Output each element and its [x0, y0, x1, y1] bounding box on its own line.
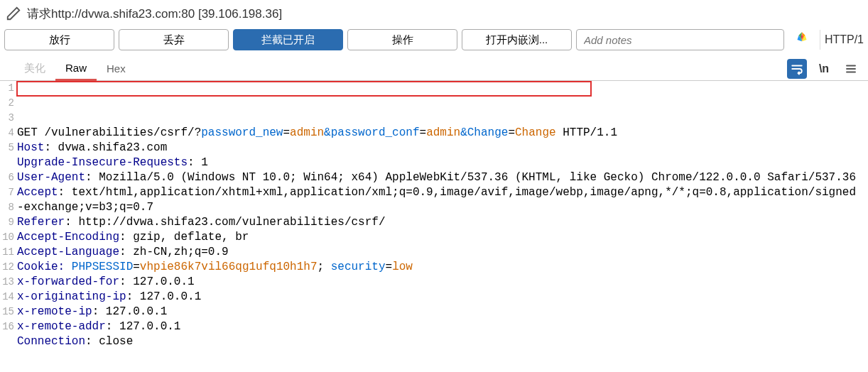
tabs-row: 美化 Raw Hex \n [0, 57, 868, 81]
code-line: x-originating-ip: 127.0.0.1 [17, 290, 862, 305]
http-version: HTTP/1 [820, 30, 864, 50]
code-area[interactable]: GET /vulnerabilities/csrf/?password_new=… [17, 81, 868, 372]
code-line: User-Agent: Mozilla/5.0 (Windows NT 10.0… [17, 170, 862, 185]
wrap-icon[interactable] [787, 59, 807, 79]
code-line [17, 364, 862, 372]
code-line [17, 349, 862, 364]
tab-raw[interactable]: Raw [55, 58, 97, 81]
code-line: Referer: http://dvwa.shifa23.com/vulnera… [17, 215, 862, 230]
drop-button[interactable]: 丢弃 [119, 29, 229, 50]
code-line: GET /vulnerabilities/csrf/?password_new=… [17, 126, 862, 141]
http-editor[interactable]: 12345678910111213141516 GET /vulnerabili… [0, 81, 868, 372]
open-browser-button[interactable]: 打开内嵌浏... [462, 29, 572, 50]
code-line: x-forwarded-for: 127.0.0.1 [17, 275, 862, 290]
newline-icon[interactable]: \n [814, 59, 834, 79]
request-title: 请求http://dvwa.shifa23.com:80 [39.106.198… [27, 6, 282, 22]
action-button[interactable]: 操作 [347, 29, 457, 50]
highlight-box [16, 81, 592, 97]
code-line: Cookie: PHPSESSID=vhpie86k7vil66qg1ufq10… [17, 260, 862, 275]
tab-hex[interactable]: Hex [97, 58, 136, 80]
toolbar: 放行 丢弃 拦截已开启 操作 打开内嵌浏... HTTP/1 [0, 26, 868, 57]
line-gutter: 12345678910111213141516 [0, 81, 17, 372]
edit-icon [6, 6, 21, 21]
code-line: Host: dvwa.shifa23.com [17, 141, 862, 155]
code-line: Connection: close [17, 334, 862, 349]
notes-input[interactable] [576, 29, 784, 50]
code-line: Upgrade-Insecure-Requests: 1 [17, 155, 862, 170]
menu-icon[interactable] [841, 59, 861, 79]
tab-pretty[interactable]: 美化 [14, 58, 55, 80]
code-line: x-remote-addr: 127.0.0.1 [17, 319, 862, 334]
palette-icon[interactable] [793, 31, 811, 49]
request-header: 请求http://dvwa.shifa23.com:80 [39.106.198… [0, 0, 868, 26]
code-line: Accept-Language: zh-CN,zh;q=0.9 [17, 245, 862, 260]
code-line: x-remote-ip: 127.0.0.1 [17, 305, 862, 319]
forward-button[interactable]: 放行 [4, 29, 114, 50]
code-line: Accept-Encoding: gzip, deflate, br [17, 230, 862, 245]
code-line: Accept: text/html,application/xhtml+xml,… [17, 185, 862, 215]
intercept-toggle-button[interactable]: 拦截已开启 [233, 29, 343, 50]
